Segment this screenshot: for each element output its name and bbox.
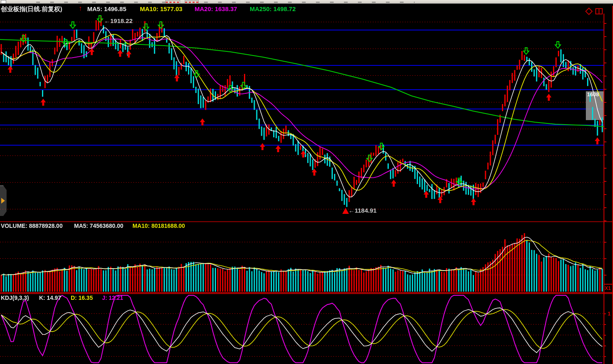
toolbar-swatch	[1, 0, 6, 4]
split-window-icon[interactable]	[595, 8, 603, 14]
volume-ma10-value: MA10: 80181688.00	[132, 223, 185, 229]
toolbar-clipped-text	[36, 2, 415, 3]
kdj-title: KDJ(9,3,3)	[1, 294, 29, 301]
toolbar-quote-box-1	[165, 0, 180, 4]
kdj-axis-label: 1	[608, 311, 611, 317]
trading-app-window: 创业板指(日线.前复权) ↑ MA5: 1496.85 MA10: 1577.0…	[0, 0, 613, 364]
volume-ma5-value: MA5: 74563680.00	[74, 223, 123, 229]
x-scale-label[interactable]: X1	[605, 285, 611, 291]
ma20-value: MA20: 1638.37	[195, 5, 237, 12]
expand-arrow-icon	[1, 198, 5, 204]
ma10-value: MA10: 1577.03	[140, 5, 182, 12]
top-toolbar-strip[interactable]	[0, 0, 613, 4]
low-price-annotation: ←1184.91	[348, 207, 376, 214]
ma250-value: MA250: 1498.72	[250, 5, 296, 12]
kdj-k-value: K: 14.97	[39, 294, 61, 301]
sidebar-expand-handle[interactable]	[0, 185, 7, 217]
symbol-title: 创业板指(日线.前复权)	[1, 5, 62, 13]
volume-value: VOLUME: 88878928.00	[1, 223, 63, 229]
up-arrow-icon: ↑	[79, 5, 82, 13]
kdj-j-value: J: 12.21	[102, 294, 123, 301]
chart-canvas[interactable]	[0, 0, 613, 364]
kdj-d-value: D: 16.35	[71, 294, 93, 301]
last-price-label: 1608	[587, 91, 599, 97]
high-price-annotation: ←1918.22	[104, 17, 132, 24]
toolbar-quote-box-2	[185, 0, 199, 4]
ma5-value: MA5: 1496.85	[87, 5, 126, 12]
